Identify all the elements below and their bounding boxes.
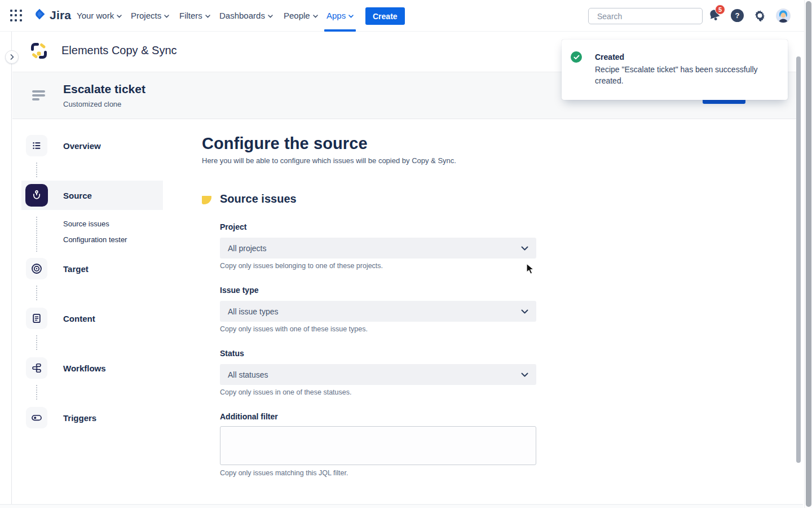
help-button[interactable]: ? <box>731 9 744 22</box>
project-select[interactable]: All projects <box>220 238 536 259</box>
nav-item-your-work[interactable]: Your work <box>77 0 122 31</box>
chevron-down-icon <box>268 15 273 18</box>
chevron-down-icon <box>348 15 354 18</box>
notification-count-badge: 5 <box>715 5 725 15</box>
success-check-icon <box>571 51 582 63</box>
top-navigation: Jira Your work Projects Filters Dashboar… <box>0 0 812 32</box>
jira-logo-icon <box>33 7 46 23</box>
sidebar-subitem-source-issues[interactable]: Source issues <box>63 220 109 228</box>
chevron-right-icon <box>10 54 14 60</box>
sidebar-icon-content[interactable] <box>26 308 47 329</box>
sidebar-connector <box>36 286 37 300</box>
additional-filter-help-text: Copy only issues matching this JQL filte… <box>220 469 348 477</box>
question-mark-icon: ? <box>735 11 740 20</box>
user-avatar[interactable] <box>776 9 790 23</box>
hook-icon <box>30 189 43 202</box>
sidebar-item-source[interactable]: Source <box>63 191 92 200</box>
recipe-subtitle: Customized clone <box>63 100 121 108</box>
chevron-down-icon <box>205 15 210 18</box>
browser-scrollbar-track <box>804 0 812 508</box>
sidebar-icon-triggers[interactable] <box>26 407 47 428</box>
jira-app-screen: Jira Your work Projects Filters Dashboar… <box>0 0 812 508</box>
jira-brand-text: Jira <box>50 8 71 22</box>
chevron-down-icon <box>313 15 318 18</box>
project-help-text: Copy only issues belonging to one of the… <box>220 262 383 270</box>
app-title: Elements Copy & Sync <box>61 44 177 57</box>
section-title: Source issues <box>220 192 297 205</box>
sidebar-item-workflows[interactable]: Workflows <box>63 364 106 373</box>
document-icon <box>31 313 42 324</box>
target-icon <box>30 262 43 275</box>
sidebar-item-target[interactable]: Target <box>63 264 89 274</box>
sidebar-icon-target[interactable] <box>26 258 47 279</box>
status-help-text: Copy only issues in one of these statuse… <box>220 388 351 396</box>
elements-copy-sync-logo-icon <box>29 41 48 60</box>
section-header: Source issues <box>202 192 297 205</box>
sidebar-item-overview[interactable]: Overview <box>63 141 101 151</box>
search-box[interactable] <box>588 8 703 24</box>
inner-scrollbar-thumb[interactable] <box>796 56 801 463</box>
nav-item-dashboards[interactable]: Dashboards <box>219 0 273 31</box>
sidebar-connector <box>36 385 37 400</box>
issue-type-label: Issue type <box>220 286 258 295</box>
notifications-button[interactable]: 5 <box>707 8 724 25</box>
nav-item-people[interactable]: People <box>284 0 318 31</box>
search-input[interactable] <box>597 12 699 21</box>
chevron-down-icon <box>521 309 528 314</box>
toast-message: Recipe "Escalate ticket" has been succes… <box>595 64 764 86</box>
nav-item-projects[interactable]: Projects <box>131 0 169 31</box>
issue-type-select[interactable]: All issue types <box>220 301 536 322</box>
success-toast: Created Recipe "Escalate ticket" has bee… <box>562 40 788 100</box>
nav-item-apps[interactable]: Apps <box>326 0 354 31</box>
avatar-icon <box>776 9 790 23</box>
nav-item-filters[interactable]: Filters <box>179 0 210 31</box>
sidebar-item-content[interactable]: Content <box>63 314 95 323</box>
sidebar-icon-overview[interactable] <box>26 135 47 156</box>
toast-title: Created <box>595 52 624 62</box>
chevron-down-icon <box>164 15 169 18</box>
chevron-down-icon <box>117 15 122 18</box>
page-title: Configure the source <box>202 134 368 153</box>
status-label: Status <box>220 349 244 358</box>
gear-icon <box>753 9 766 22</box>
settings-button[interactable] <box>753 9 766 22</box>
active-tab-underline <box>324 29 356 32</box>
additional-filter-textarea[interactable] <box>220 426 536 465</box>
sidebar-connector <box>36 335 37 350</box>
drag-handle-icon[interactable] <box>32 90 46 102</box>
project-label: Project <box>220 222 246 231</box>
toggle-icon <box>30 411 43 424</box>
recipe-title: Escalate ticket <box>63 82 145 96</box>
sidebar-connector <box>36 217 37 252</box>
workflow-icon <box>31 362 42 374</box>
page-subtitle: Here you will be able to configure which… <box>202 156 456 165</box>
issue-type-help-text: Copy only issues with one of these issue… <box>220 325 368 333</box>
sidebar-connector <box>36 163 37 177</box>
sidebar-icon-workflows[interactable] <box>26 357 47 379</box>
jira-logo[interactable]: Jira <box>33 7 71 23</box>
content-bottom-strip <box>0 504 803 508</box>
chevron-down-icon <box>521 373 528 377</box>
sidebar-expand-button[interactable] <box>5 50 19 64</box>
status-select[interactable]: All statuses <box>220 364 536 385</box>
sidebar-icon-source[interactable] <box>25 184 48 207</box>
additional-filter-label: Additional filter <box>220 412 278 421</box>
chevron-down-icon <box>521 246 528 251</box>
left-rail <box>0 32 12 504</box>
section-leaf-icon <box>202 196 211 204</box>
list-icon <box>31 140 42 151</box>
create-button[interactable]: Create <box>365 7 405 25</box>
app-switcher-icon[interactable] <box>10 10 23 22</box>
mouse-cursor <box>526 263 537 278</box>
browser-scrollbar-thumb[interactable] <box>806 1 811 507</box>
sidebar-item-triggers[interactable]: Triggers <box>63 413 96 423</box>
sidebar-subitem-configuration-tester[interactable]: Configuration tester <box>63 235 127 244</box>
